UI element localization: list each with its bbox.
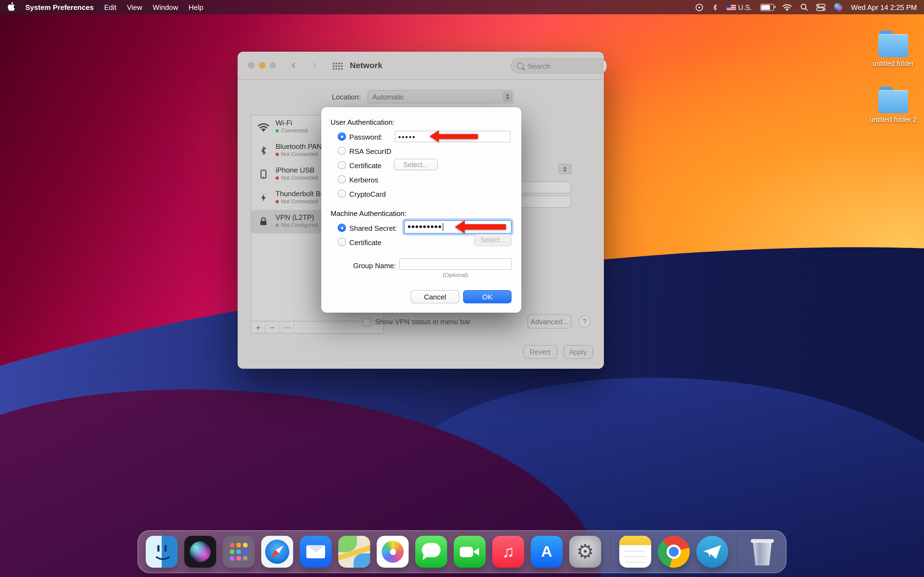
text-caret (443, 223, 443, 231)
cryptocard-label: CryptoCard (349, 190, 386, 198)
remove-service-button[interactable]: − (266, 322, 280, 333)
dock-notes-icon[interactable] (619, 536, 651, 568)
input-source-label: U.S. (738, 3, 752, 11)
bluetooth-icon[interactable] (712, 3, 718, 11)
service-action-menu-button[interactable]: ⋯ (280, 322, 294, 333)
password-annotation-arrow (430, 130, 478, 142)
machine-certificate-radio[interactable] (338, 238, 346, 246)
bluetooth-icon (256, 143, 271, 158)
arrow-head (430, 130, 439, 142)
dock-separator (737, 537, 738, 567)
dock-siri-icon[interactable] (184, 536, 216, 568)
dock-maps-icon[interactable] (338, 536, 370, 568)
location-label: Location: (304, 93, 361, 101)
apple-menu-icon[interactable] (8, 2, 15, 12)
forward-button[interactable]: › (312, 57, 317, 73)
show-all-preferences-icon[interactable] (332, 62, 342, 70)
dock-photos-icon[interactable] (377, 536, 409, 568)
lock-icon (256, 214, 271, 229)
close-window-button[interactable] (248, 62, 255, 69)
dock-facetime-icon[interactable] (454, 536, 486, 568)
dock-safari-icon[interactable] (261, 536, 293, 568)
minimize-window-button[interactable] (259, 62, 266, 69)
help-button[interactable]: ? (578, 316, 591, 327)
machine-certificate-select-button[interactable]: Select... (474, 234, 512, 246)
revert-button[interactable]: Revert (523, 345, 557, 359)
configuration-popup-fragment[interactable] (558, 164, 572, 174)
folder-icon (878, 34, 908, 57)
show-vpn-status-checkbox[interactable] (363, 318, 371, 326)
zoom-window-button[interactable] (270, 62, 276, 69)
search-icon (517, 63, 523, 69)
shared-secret-radio[interactable] (338, 224, 346, 232)
user-authentication-heading: User Authentication: (331, 118, 395, 126)
password-radio[interactable] (338, 132, 346, 141)
status-dot-connected (276, 129, 279, 132)
wifi-menu-icon[interactable] (782, 3, 792, 11)
control-center-icon[interactable] (816, 3, 826, 11)
vpn-authentication-dialog: User Authentication: Password: ••••• RSA… (321, 107, 522, 313)
thunderbolt-icon (256, 191, 271, 205)
rsa-securid-radio[interactable] (338, 147, 346, 155)
status-dot-not-connected (276, 200, 279, 203)
iphone-icon (256, 167, 271, 181)
certificate-select-button[interactable]: Select... (394, 159, 438, 170)
cancel-button[interactable]: Cancel (411, 290, 459, 303)
show-vpn-status-label: Show VPN status in menu bar (375, 318, 470, 326)
optional-hint: (Optional) (399, 271, 512, 278)
input-source-flag-icon[interactable]: U.S. (727, 3, 752, 11)
menu-bar: System Preferences Edit View Window Help… (0, 0, 924, 14)
dock-chrome-icon[interactable] (658, 536, 690, 568)
group-name-field[interactable] (399, 258, 512, 270)
battery-icon[interactable] (760, 3, 774, 11)
desktop-folder-1[interactable]: untitled folder (858, 34, 924, 68)
shared-secret-label: Shared Secret: (349, 224, 397, 232)
password-label: Password: (349, 133, 383, 141)
advanced-button[interactable]: Advanced... (527, 314, 572, 329)
shared-secret-dots: ••••••••• (407, 221, 442, 232)
desktop-folder-2[interactable]: untitled folder 2 (858, 90, 924, 124)
menu-clock[interactable]: Wed Apr 14 2:25 PM (851, 3, 917, 11)
location-value: Automatic (372, 93, 404, 101)
arrow-shaft (464, 224, 506, 230)
kerberos-radio[interactable] (338, 175, 346, 184)
back-button[interactable]: ‹ (291, 57, 296, 73)
menu-view[interactable]: View (127, 3, 142, 11)
dock-mail-icon[interactable] (300, 536, 332, 568)
menu-help[interactable]: Help (189, 3, 204, 11)
certificate-label: Certificate (349, 161, 381, 170)
dock-launchpad-icon[interactable] (223, 536, 255, 568)
dock-system-preferences-icon[interactable]: ⚙ (569, 536, 601, 568)
dock: ♫ A ⚙ (137, 530, 787, 573)
desktop-screen: System Preferences Edit View Window Help… (0, 0, 924, 577)
ok-button[interactable]: OK (463, 290, 512, 303)
certificate-radio[interactable] (338, 161, 346, 169)
dock-messages-icon[interactable] (415, 536, 447, 568)
popup-chevrons-icon (503, 92, 512, 102)
status-dot-not-configured (276, 223, 279, 227)
siri-icon[interactable] (834, 3, 843, 11)
dock-music-icon[interactable]: ♫ (492, 536, 524, 568)
location-popup[interactable]: Automatic (367, 90, 514, 103)
cryptocard-radio[interactable] (338, 190, 346, 198)
shared-secret-annotation-arrow (455, 220, 506, 234)
status-dot-not-connected (276, 153, 279, 156)
apply-button[interactable]: Apply (563, 345, 593, 359)
time-machine-icon[interactable] (695, 3, 703, 11)
dock-telegram-icon[interactable] (696, 536, 728, 568)
window-title: Network (350, 60, 382, 70)
arrow-head (455, 220, 465, 234)
wifi-icon (256, 120, 271, 134)
rsa-securid-label: RSA SecurID (349, 147, 391, 156)
menu-window[interactable]: Window (153, 3, 178, 11)
dock-trash-icon[interactable] (746, 536, 778, 568)
password-dots: ••••• (398, 132, 416, 141)
add-service-button[interactable]: + (251, 322, 266, 333)
spotlight-icon[interactable] (801, 3, 808, 11)
menu-edit[interactable]: Edit (104, 3, 116, 11)
dock-finder-icon[interactable] (146, 536, 178, 568)
dock-app-store-icon[interactable]: A (531, 536, 563, 568)
menu-app-name[interactable]: System Preferences (25, 3, 94, 11)
search-input[interactable]: Search (511, 58, 607, 74)
us-flag-icon (727, 4, 736, 10)
